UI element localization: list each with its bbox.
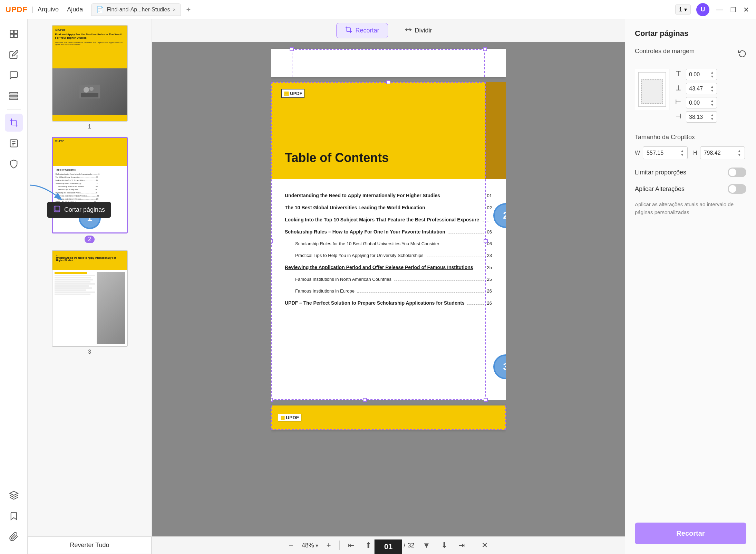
- menu-ajuda[interactable]: Ajuda: [67, 6, 83, 13]
- thumb3-content: 01 Understanding the Need to Apply Inter…: [52, 251, 127, 346]
- toolbar-protect[interactable]: [5, 155, 23, 173]
- margin-right-input[interactable]: ▲ ▼: [686, 111, 717, 123]
- margin-top-down[interactable]: ▼: [710, 75, 714, 78]
- margin-bottom-input[interactable]: ▲ ▼: [686, 83, 717, 94]
- pdf-viewer[interactable]: ▦ UPDF Table of Contents Understanding t…: [271, 42, 506, 536]
- margin-right-up[interactable]: ▲: [710, 113, 714, 117]
- crop-handle-mb[interactable]: [363, 398, 367, 402]
- svg-rect-1: [14, 30, 17, 34]
- crop-handle-tl[interactable]: [290, 47, 294, 51]
- toolbar-attachments[interactable]: [5, 528, 23, 546]
- cropbox-w-value[interactable]: [647, 150, 674, 156]
- tab-add-button[interactable]: +: [186, 5, 191, 14]
- margin-bottom-value[interactable]: [689, 86, 707, 92]
- crop-handle-ml[interactable]: [271, 239, 273, 243]
- cropbox-w-up[interactable]: ▲: [680, 149, 684, 153]
- cropbox-h-input[interactable]: ▲ ▼: [700, 146, 745, 159]
- thumbnail-image-1[interactable]: ⊡ UPDF Find and Apply For the Best Insti…: [52, 25, 128, 122]
- thumb1-subtitle: Discover The Best Educational Institutes…: [55, 41, 124, 46]
- crop-handle-tr[interactable]: [483, 47, 487, 51]
- toolbar-layers[interactable]: [5, 486, 23, 504]
- toolbar-organize[interactable]: [5, 87, 23, 105]
- cropbox-h-value[interactable]: [704, 150, 731, 156]
- margin-right-value[interactable]: [689, 114, 707, 120]
- close-bottom-bar-button[interactable]: ✕: [479, 539, 491, 551]
- margin-top-up[interactable]: ▲: [710, 70, 714, 74]
- thumbnail-item-2[interactable]: Cortar páginas ⊡ UPDF Table of Contents …: [33, 137, 146, 243]
- toolbar-forms[interactable]: [5, 134, 23, 152]
- margin-inputs-area: ▲ ▼ ▲ ▼: [635, 69, 746, 123]
- margin-left-input[interactable]: ▲ ▼: [686, 97, 717, 108]
- margin-right-icon: [675, 113, 683, 121]
- aplicar-toggle[interactable]: [728, 184, 746, 194]
- minimize-button[interactable]: —: [715, 4, 725, 15]
- recortar-toolbar-button[interactable]: Recortar: [336, 23, 388, 38]
- cropbox-h-down[interactable]: ▼: [738, 153, 741, 157]
- thumbnail-item-3[interactable]: 01 Understanding the Need to Apply Inter…: [33, 250, 146, 355]
- svg-rect-3: [14, 34, 17, 37]
- tab-item[interactable]: 📄 Find-and-Ap...her-Studies ×: [91, 3, 181, 16]
- margin-left-value[interactable]: [689, 100, 707, 106]
- toc-updf-logo: ▦ UPDF: [281, 89, 304, 98]
- toolbar-crop[interactable]: [5, 114, 23, 132]
- thumb3-body: [52, 270, 127, 346]
- nav-next-down-button[interactable]: ⬇: [438, 539, 450, 551]
- margin-left-down[interactable]: ▼: [710, 103, 714, 107]
- dividir-toolbar-button[interactable]: Dividir: [396, 23, 440, 38]
- margin-left-up[interactable]: ▲: [710, 99, 714, 103]
- toolbar-edit[interactable]: [5, 46, 23, 64]
- svg-rect-4: [10, 93, 18, 94]
- thumbnail-image-2[interactable]: ⊡ UPDF Table of Contents Understanding t…: [52, 137, 128, 233]
- crop-handle-bl[interactable]: [271, 398, 273, 402]
- svg-point-14: [89, 87, 94, 91]
- cropbox-h-up[interactable]: ▲: [738, 149, 741, 153]
- toolbar-bookmarks[interactable]: [5, 507, 23, 525]
- title-bar-right: 1 ▾ U — ☐ ✕: [675, 3, 750, 16]
- nav-first-button[interactable]: ⇤: [345, 539, 357, 551]
- crop-handle-mr[interactable]: [484, 239, 488, 243]
- margin-section-label: Controles de margem: [635, 48, 695, 55]
- cropbox-w-group: W ▲ ▼: [635, 146, 688, 159]
- cropbox-w-input[interactable]: ▲ ▼: [643, 146, 688, 159]
- right-panel: Cortar páginas Controles de margem: [625, 19, 756, 554]
- margin-top-icon: [675, 70, 683, 79]
- page-indicator[interactable]: 1 ▾: [675, 4, 691, 15]
- zoom-out-button[interactable]: −: [286, 539, 296, 551]
- zoom-percent: 48%: [302, 542, 314, 549]
- tab-close-icon[interactable]: ×: [173, 7, 175, 12]
- margin-top-value[interactable]: [689, 71, 707, 78]
- zoom-in-button[interactable]: +: [324, 539, 334, 551]
- toc-title: Table of Contents: [285, 151, 492, 165]
- nav-prev-up-button[interactable]: ⬆: [362, 539, 374, 551]
- maximize-button[interactable]: ☐: [729, 4, 738, 15]
- menu-arquivo[interactable]: Arquivo: [38, 6, 59, 13]
- spinner-left: ▲ ▼: [675, 97, 717, 108]
- recortar-apply-button[interactable]: Recortar: [635, 523, 746, 544]
- nav-next-button[interactable]: ▼: [420, 539, 433, 551]
- nav-last-button[interactable]: ⇥: [456, 539, 467, 551]
- tooltip-icon: [53, 205, 61, 214]
- cropbox-w-down[interactable]: ▼: [680, 153, 684, 157]
- toc-entry-0: Understanding the Need to Apply Internat…: [285, 193, 492, 199]
- crop-handle-mt[interactable]: [386, 80, 390, 84]
- toolbar-annotate[interactable]: [5, 66, 23, 84]
- margin-right-down[interactable]: ▼: [710, 117, 714, 121]
- zoom-dropdown-arrow[interactable]: ▾: [316, 542, 318, 549]
- reset-margins-button[interactable]: [738, 49, 746, 59]
- user-avatar[interactable]: U: [696, 3, 709, 16]
- thumbnail-image-3[interactable]: 01 Understanding the Need to Apply Inter…: [52, 250, 128, 347]
- margin-bottom-up[interactable]: ▲: [710, 85, 714, 88]
- close-button[interactable]: ✕: [742, 4, 750, 15]
- crop-handle-br[interactable]: [484, 398, 488, 402]
- margin-top-input[interactable]: ▲ ▼: [686, 69, 717, 80]
- thumbnail-item-1[interactable]: ⊡ UPDF Find and Apply For the Best Insti…: [33, 25, 146, 130]
- svg-marker-11: [10, 491, 18, 495]
- limitar-toggle[interactable]: [728, 168, 746, 177]
- main-layout: ⊡ UPDF Find and Apply For the Best Insti…: [0, 19, 756, 554]
- toolbar-thumbnails[interactable]: [5, 25, 23, 43]
- nav-separator-2: [473, 541, 473, 550]
- cropbox-w-arrows: ▲ ▼: [680, 149, 684, 157]
- reverter-tudo-button[interactable]: Reverter Tudo: [28, 536, 152, 554]
- margin-bottom-down[interactable]: ▼: [710, 89, 714, 93]
- left-toolbar: [0, 19, 28, 554]
